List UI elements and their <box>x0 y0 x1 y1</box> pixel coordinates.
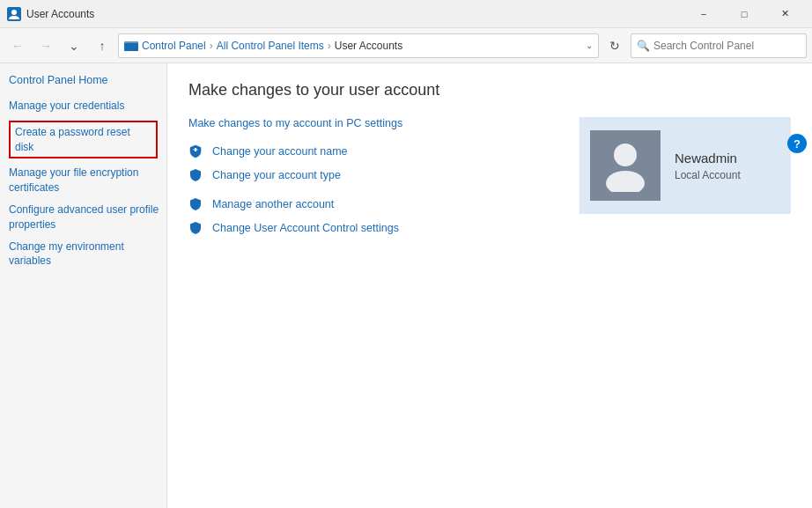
change-name-link[interactable]: Change your account name <box>188 144 544 158</box>
refresh-button[interactable]: ↻ <box>602 33 627 58</box>
actions-list: Make changes to my account in PC setting… <box>188 117 544 244</box>
pc-settings-link-row: Make changes to my account in PC setting… <box>188 117 544 129</box>
back-button[interactable]: ← <box>5 33 30 58</box>
window-controls: − □ ✕ <box>683 0 805 28</box>
shield-icon-change-name <box>188 144 203 158</box>
svg-point-6 <box>606 171 645 192</box>
change-uac-link[interactable]: Change User Account Control settings <box>188 220 544 235</box>
user-account-type: Local Account <box>675 169 741 181</box>
main-container: Control Panel Home Manage your credentia… <box>0 63 812 508</box>
change-type-link[interactable]: Change your account type <box>188 167 544 182</box>
pc-settings-link[interactable]: Make changes to my account in PC setting… <box>188 117 402 129</box>
help-button[interactable]: ? <box>787 134 807 153</box>
search-icon: 🔍 <box>637 40 650 52</box>
search-input[interactable] <box>653 40 801 52</box>
up-button[interactable]: ↑ <box>90 33 114 58</box>
recent-button[interactable]: ⌄ <box>62 33 86 58</box>
account-actions: Make changes to my account in PC setting… <box>188 117 791 244</box>
change-uac-label: Change User Account Control settings <box>212 222 399 234</box>
sidebar: Control Panel Home Manage your credentia… <box>0 63 167 508</box>
window-title: User Accounts <box>26 8 683 20</box>
shield-icon-manage-another <box>188 197 203 211</box>
sidebar-item-manage-credentials[interactable]: Manage your credentials <box>9 99 166 114</box>
close-button[interactable]: ✕ <box>764 0 805 28</box>
maximize-button[interactable]: □ <box>724 0 764 28</box>
change-type-label: Change your account type <box>212 169 341 181</box>
window-icon <box>7 7 21 21</box>
folder-icon <box>124 39 138 53</box>
svg-point-5 <box>614 144 637 166</box>
title-bar: User Accounts − □ ✕ <box>0 0 812 28</box>
sidebar-item-manage-file-encryption[interactable]: Manage your file encryption certificates <box>9 166 166 195</box>
sidebar-item-configure-advanced[interactable]: Configure advanced user profile properti… <box>9 202 166 232</box>
sidebar-home[interactable]: Control Panel Home <box>9 74 166 86</box>
shield-icon-change-type <box>188 168 203 182</box>
breadcrumb-item-cp[interactable]: Control Panel <box>142 40 206 52</box>
breadcrumb-item-ua: User Accounts <box>335 40 402 52</box>
user-info: Newadmin Local Account <box>675 151 741 181</box>
breadcrumb-item-all[interactable]: All Control Panel Items <box>217 40 324 52</box>
forward-button[interactable]: → <box>33 33 58 58</box>
manage-another-label: Manage another account <box>212 198 334 210</box>
page-title: Make changes to your user account <box>188 81 791 99</box>
content-area: Make changes to your user account Make c… <box>167 63 812 508</box>
avatar-icon <box>602 139 649 192</box>
address-bar: ← → ⌄ ↑ Control Panel › All Control Pane… <box>0 28 812 63</box>
user-name: Newadmin <box>675 151 741 166</box>
breadcrumb: Control Panel › All Control Panel Items … <box>118 33 599 58</box>
user-avatar <box>590 130 661 201</box>
manage-another-link[interactable]: Manage another account <box>188 196 544 211</box>
user-card: Newadmin Local Account <box>579 117 791 214</box>
svg-rect-3 <box>124 43 138 51</box>
sidebar-item-create-password-reset[interactable]: Create a password reset disk <box>9 121 158 159</box>
change-name-label: Change your account name <box>212 145 348 158</box>
svg-point-1 <box>11 10 17 15</box>
minimize-button[interactable]: − <box>683 0 724 28</box>
group-actions: Manage another account Change User Accou… <box>188 196 544 235</box>
search-box[interactable]: 🔍 <box>631 33 807 58</box>
sidebar-item-change-environment[interactable]: Change my environment variables <box>9 239 166 269</box>
shield-icon-uac <box>188 221 203 235</box>
